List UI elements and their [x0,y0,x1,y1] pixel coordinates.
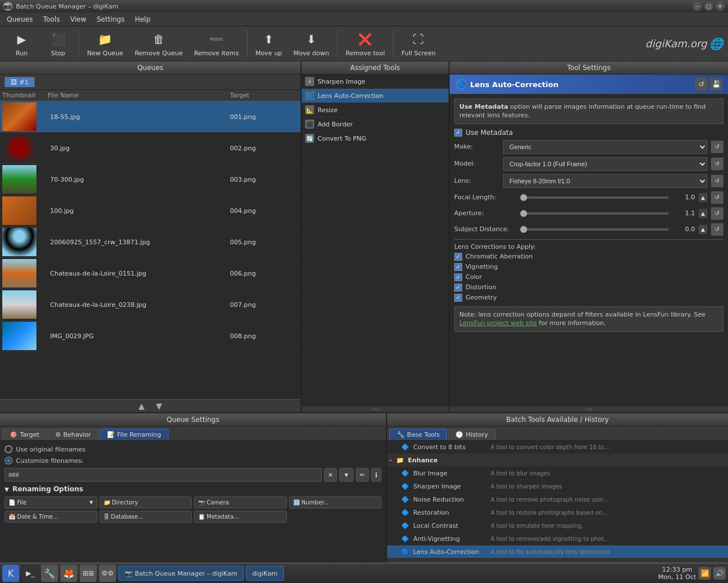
bt-tab-history[interactable]: 🕐 History [448,429,495,440]
move-down-button[interactable]: ⬇ Move down [289,28,334,59]
focal-length-track[interactable] [520,196,669,199]
rename-edit-btn[interactable]: ✏ [356,468,369,482]
camera-btn[interactable]: 📷 Camera [194,496,287,508]
table-row[interactable]: 30.jpg 002.png [0,133,301,164]
assigned-tool-item[interactable]: ⚡ Sharpen Image [302,75,449,89]
batch-tool-category[interactable]: – 📁 Enhance [387,454,728,467]
remove-tool-button[interactable]: ❌ Remove tool [341,28,389,59]
taskbar-settings-icon2[interactable]: ⚙⚙ [99,565,116,582]
assigned-tool-item[interactable]: ⬛ Add Border [302,117,449,132]
directory-btn[interactable]: 📁 Directory [100,496,192,508]
menu-help[interactable]: Help [130,14,155,24]
menu-queues[interactable]: Queues [2,14,38,24]
batch-tool-item[interactable]: 🔷 Sharpen Image A tool to sharpen images [387,480,728,493]
lens-reset-btn[interactable]: ↺ [711,175,723,187]
maximize-button[interactable]: □ [704,2,713,11]
aperture-reset-btn[interactable]: ↺ [711,207,723,220]
table-row[interactable]: 100.jpg 004.png [0,195,301,227]
taskbar-volume-icon[interactable]: 🔊 [713,567,726,580]
use-original-radio[interactable] [5,445,13,453]
geometry-cb[interactable] [454,294,462,302]
chromatic-aberration-cb[interactable] [454,253,462,261]
focal-length-reset-btn[interactable]: ↺ [711,191,723,204]
lensfun-link[interactable]: LensFun project web site [459,319,537,327]
batch-tool-item[interactable]: 🔷 Noise Reduction A tool to remove photo… [387,493,728,506]
remove-queue-button[interactable]: 🗑 Remove Queue [130,28,187,59]
tool-settings-restore-btn[interactable]: ↺ [695,78,708,91]
taskbar-tools-icon[interactable]: 🔧 [41,565,58,582]
rename-clear-btn[interactable]: ✕ [324,468,337,482]
number-btn[interactable]: 🔢 Number... [289,496,382,508]
rename-input[interactable] [5,468,322,482]
taskbar-terminal-icon[interactable]: ▶_ [22,565,39,582]
rename-dropdown-btn[interactable]: ▼ [339,468,353,482]
scroll-down-btn[interactable]: ▼ [156,401,162,410]
assigned-tools-list: ⚡ Sharpen Image 🔵 Lens Auto-Correction 📐… [302,75,449,407]
table-row[interactable]: 20060925_1557_crw_13871.jpg 005.png [0,227,301,258]
metadata-btn[interactable]: 📋 Metadata... [194,511,287,523]
subject-distance-up-btn[interactable]: ▲ [698,225,708,234]
tool-settings-save-btn[interactable]: 💾 [710,78,722,91]
scroll-up-btn[interactable]: ▲ [138,401,145,410]
queue-tab-1[interactable]: 🖼 #1 [5,77,35,87]
corrections-label: Lens Corrections to Apply: [454,243,723,251]
taskbar-files-icon[interactable]: ⊞⊞ [80,565,97,582]
table-row[interactable]: 18-55.jpg 001.png [0,101,301,133]
aperture-up-btn[interactable]: ▲ [698,209,708,218]
lens-select[interactable]: Fisheye 8-20mm f/1.0 [503,174,708,188]
taskbar-network-icon[interactable]: 📶 [698,567,711,580]
remove-items-button[interactable]: ➖ Remove items [190,28,244,59]
taskbar-batchqueue-btn[interactable]: 📷 Batch Queue Manager – digiKam [118,566,244,581]
distortion-cb[interactable] [454,284,462,292]
batch-tool-item[interactable]: 🔷 Restoration A tool to restore photogra… [387,506,728,519]
renaming-toggle[interactable]: ▼ [5,486,9,492]
aperture-track[interactable] [520,212,669,215]
customize-radio[interactable] [5,457,13,465]
datetime-btn[interactable]: 📅 Date & Time... [5,511,97,523]
focal-length-up-btn[interactable]: ▲ [698,193,708,202]
table-row[interactable]: Chateaux-de-la-Loire_0151.jpg 006.png [0,258,301,289]
assigned-tool-item[interactable]: 📐 Resize [302,103,449,117]
fullscreen-button[interactable]: ⛶ Full Screen [397,28,440,59]
subject-distance-reset-btn[interactable]: ↺ [711,223,723,236]
qs-tab-behavior[interactable]: ⚙ Behavior [48,429,98,440]
batch-tool-item[interactable]: 🔷 Local Contrast A tool to emulate tone … [387,519,728,532]
file-btn[interactable]: 📄 File ▼ [5,496,97,508]
batch-tool-item[interactable]: 🔷 Anti-Vignetting A tool to remove/add v… [387,532,728,545]
qs-tab-file-renaming[interactable]: 📝 File Renaming [100,429,168,440]
use-metadata-checkbox[interactable] [454,129,462,137]
model-select[interactable]: Crop-factor 1.0 (Full Frame) [503,157,708,171]
menu-tools[interactable]: Tools [39,14,65,24]
vignetting-cb[interactable] [454,263,462,271]
make-select[interactable]: Generic [503,140,708,154]
bt-tab-base-tools[interactable]: 🔧 Base Tools [389,429,447,440]
taskbar-kde-icon[interactable]: K [2,565,19,582]
batch-tools-body[interactable]: 🔷 Convert to 8 bits A tool to convert co… [387,441,728,561]
rename-info-btn[interactable]: ℹ [371,468,381,482]
menu-view[interactable]: View [65,14,91,24]
stop-button[interactable]: ⬛ Stop [41,28,75,59]
move-up-button[interactable]: ⬆ Move up [251,28,287,59]
table-row[interactable]: 70-300.jpg 003.png [0,164,301,195]
taskbar-digikam-btn[interactable]: digiKam [246,566,284,581]
assigned-tool-item[interactable]: 🔄 Convert To PNG [302,132,449,146]
menu-settings[interactable]: Settings [92,14,129,24]
table-row[interactable]: Chateaux-de-la-Loire_0238.jpg 007.png [0,289,301,321]
make-reset-btn[interactable]: ↺ [711,141,723,153]
color-cb[interactable] [454,273,462,281]
queue-table-body[interactable]: 18-55.jpg 001.png 30.jpg 002.png 70-300.… [0,101,301,399]
table-row[interactable]: IMG_0029.JPG 008.png [0,321,301,352]
batch-tool-item[interactable]: 🔷 Convert to 8 bits A tool to convert co… [387,441,728,454]
run-button[interactable]: ▶ Run [5,28,39,59]
taskbar-browser-icon[interactable]: 🦊 [60,565,77,582]
batch-tool-item[interactable]: 🔷 Blur Image A tool to blur images [387,467,728,480]
minimize-button[interactable]: – [693,2,702,11]
close-button[interactable]: ✕ [715,2,725,11]
assigned-tool-item[interactable]: 🔵 Lens Auto-Correction [302,89,449,103]
batch-tool-item[interactable]: 🔵 Lens Auto-Correction A tool to fix aut… [387,545,728,559]
model-reset-btn[interactable]: ↺ [711,158,723,170]
subject-distance-track[interactable] [520,228,669,231]
database-btn[interactable]: 🗄 Database... [100,511,192,523]
new-queue-button[interactable]: 📁 New Queue [83,28,128,59]
qs-tab-target[interactable]: 🎯 Target [2,429,47,440]
